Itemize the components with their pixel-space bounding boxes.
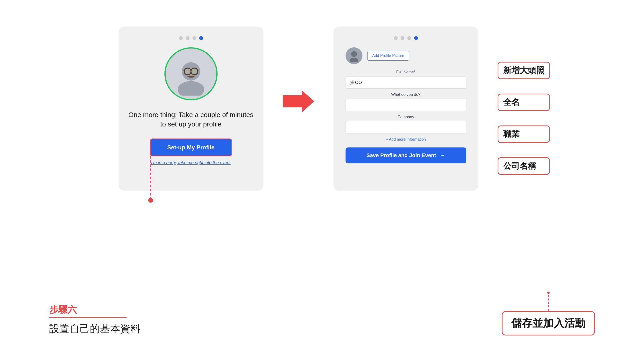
dot-1 — [179, 36, 183, 40]
tagline-text: One more thing: Take a couple of minutes… — [128, 110, 254, 129]
right-dot-4-active — [414, 36, 418, 40]
occupation-group: What do you do? — [346, 92, 466, 111]
right-progress-dots — [394, 36, 418, 40]
add-photo-annotation: 新增大頭照 — [498, 62, 550, 79]
save-profile-join-event-button[interactable]: Save Profile and Join Event → — [346, 147, 466, 163]
right-dot-2 — [400, 36, 404, 40]
right-arrow-icon — [283, 90, 314, 112]
add-more-info-link[interactable]: + Add more information — [386, 137, 426, 142]
company-group: Company — [346, 115, 466, 133]
step-underline — [49, 317, 126, 318]
full-name-input[interactable] — [346, 76, 466, 89]
right-dot-3 — [407, 36, 411, 40]
save-annotation-group: 儲存並加入活動 — [502, 292, 595, 336]
dashed-line-save — [547, 292, 550, 311]
svg-point-9 — [351, 51, 357, 57]
dot-4-active — [199, 36, 203, 40]
occupation-annotation: 職業 — [498, 125, 550, 143]
step-label-group: 步驟六 設置自己的基本資料 — [49, 304, 140, 336]
avatar-placeholder — [164, 47, 218, 100]
dot-3 — [192, 36, 196, 40]
full-name-group: Full Name* — [346, 70, 466, 89]
svg-point-0 — [178, 81, 204, 96]
svg-point-14 — [148, 198, 153, 203]
profile-avatar-placeholder — [346, 47, 362, 64]
step-number: 步驟六 — [49, 304, 140, 316]
profile-picture-row: Add Profile Picture — [346, 47, 466, 64]
user-icon — [348, 50, 360, 62]
svg-point-7 — [192, 68, 197, 74]
save-button-arrow: → — [440, 152, 445, 159]
dot-2 — [186, 36, 190, 40]
svg-point-12 — [547, 292, 550, 294]
page-wrapper: One more thing: Take a couple of minutes… — [20, 12, 624, 350]
occupation-input[interactable] — [346, 99, 466, 111]
left-panel: One more thing: Take a couple of minutes… — [118, 26, 264, 191]
save-button-label: Save Profile and Join Event — [366, 152, 436, 159]
right-panel: Add Profile Picture Full Name* What do y… — [334, 26, 478, 191]
left-progress-dots — [179, 36, 203, 40]
right-dot-1 — [394, 36, 398, 40]
company-annotation: 公司名稱 — [498, 157, 550, 175]
right-annotations-column: 新增大頭照 全名 職業 公司名稱 — [498, 62, 550, 175]
company-label: Company — [346, 115, 466, 119]
step-description: 設置自己的基本資料 — [49, 322, 140, 336]
panels-row: One more thing: Take a couple of minutes… — [20, 12, 624, 191]
add-picture-button[interactable]: Add Profile Picture — [367, 51, 410, 60]
svg-point-10 — [350, 58, 358, 62]
setup-profile-button[interactable]: Set-up My Profile — [150, 138, 232, 156]
skip-event-link[interactable]: I'm in a hurry, take me right into the e… — [151, 160, 230, 165]
svg-marker-8 — [283, 90, 314, 112]
save-action-annotation: 儲存並加入活動 — [502, 311, 595, 336]
arrow-divider — [283, 90, 314, 112]
full-name-annotation: 全名 — [498, 94, 550, 111]
bottom-section: 步驟六 設置自己的基本資料 儲存並加入活動 — [20, 292, 624, 336]
occupation-label: What do you do? — [346, 92, 466, 97]
company-input[interactable] — [346, 121, 466, 133]
svg-point-6 — [185, 68, 190, 74]
full-name-label: Full Name* — [346, 70, 466, 74]
